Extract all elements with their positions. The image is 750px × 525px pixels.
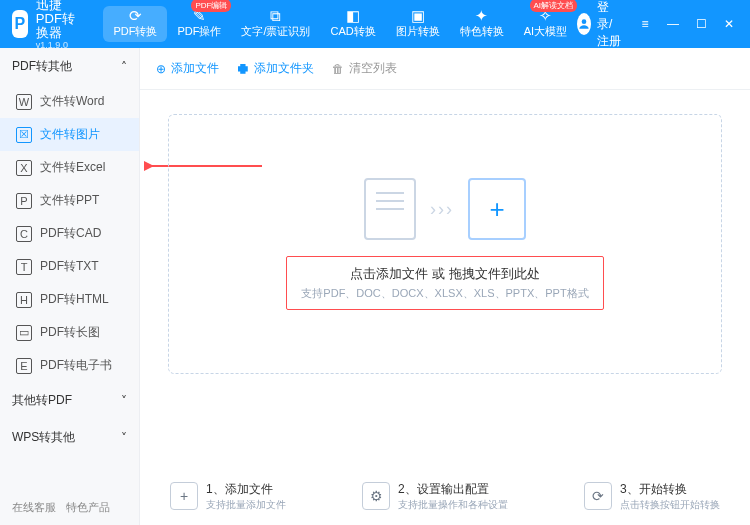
main-tabs: ⟳PDF转换 PDF编辑✎PDF操作 ⧉文字/票证识别 ◧CAD转换 ▣图片转换…: [103, 6, 577, 42]
special-icon: ✦: [475, 8, 488, 23]
sidebar-item-label: PDF转电子书: [40, 357, 112, 374]
steps-row: + 1、添加文件支持批量添加文件 ⚙ 2、设置输出配置支持批量操作和各种设置 ⟳…: [140, 476, 750, 525]
convert-icon: ⟳: [584, 482, 612, 510]
sidebar-group-other-to-pdf[interactable]: 其他转PDF ˅: [0, 382, 139, 419]
close-button[interactable]: ✕: [716, 12, 742, 36]
dropzone-callout: 点击添加文件 或 拖拽文件到此处 支持PDF、DOC、DOCX、XLSX、XLS…: [286, 256, 603, 310]
tab-label: PDF转换: [113, 24, 157, 39]
chevron-up-icon: ˄: [121, 60, 127, 74]
tab-label: AI大模型: [524, 24, 567, 39]
tab-label: 图片转换: [396, 24, 440, 39]
gear-icon: ⚙: [362, 482, 390, 510]
step-2: ⚙ 2、设置输出配置支持批量操作和各种设置: [362, 482, 508, 511]
add-box-icon: +: [468, 178, 526, 240]
avatar-icon: [577, 13, 591, 35]
sidebar-item-label: 文件转图片: [40, 126, 100, 143]
tab-label: PDF操作: [177, 24, 221, 39]
sidebar-item-label: PDF转HTML: [40, 291, 109, 308]
tab-ocr[interactable]: ⧉文字/票证识别: [231, 6, 320, 42]
tab-cad[interactable]: ◧CAD转换: [320, 6, 385, 42]
cad-icon: C: [16, 226, 32, 242]
dropzone-sub: 支持PDF、DOC、DOCX、XLSX、XLS、PPTX、PPT格式: [301, 286, 588, 301]
html-icon: H: [16, 292, 32, 308]
badge: AI解读文档: [530, 0, 578, 12]
support-link[interactable]: 在线客服: [12, 500, 56, 515]
ocr-icon: ⧉: [270, 8, 281, 23]
image-icon: ☒: [16, 127, 32, 143]
tab-label: 文字/票证识别: [241, 24, 310, 39]
sidebar-item-longimg[interactable]: ▭PDF转长图: [0, 316, 139, 349]
sidebar-footer: 在线客服 特色产品: [0, 490, 139, 525]
step-1: + 1、添加文件支持批量添加文件: [170, 482, 286, 511]
folder-plus-icon: 🞧: [237, 62, 249, 76]
badge: PDF编辑: [191, 0, 231, 12]
trash-icon: 🗑: [332, 62, 344, 76]
add-folder-label: 添加文件夹: [254, 60, 314, 77]
group-label: WPS转其他: [12, 429, 75, 446]
toolbar: ⊕添加文件 🞧添加文件夹 🗑清空列表: [140, 48, 750, 90]
tab-ai[interactable]: AI解读文档✧AI大模型: [514, 6, 577, 42]
app-logo-icon: P: [12, 10, 28, 38]
word-icon: W: [16, 94, 32, 110]
tab-label: 特色转换: [460, 24, 504, 39]
minimize-button[interactable]: —: [660, 12, 686, 36]
sidebar-item-label: 文件转Word: [40, 93, 104, 110]
sidebar-group-wps[interactable]: WPS转其他 ˅: [0, 419, 139, 456]
app-name: 迅捷PDF转换器: [36, 0, 88, 41]
sidebar-item-label: PDF转CAD: [40, 225, 101, 242]
sidebar-item-ppt[interactable]: P文件转PPT: [0, 184, 139, 217]
longimg-icon: ▭: [16, 325, 32, 341]
convert-icon: ⟳: [129, 8, 142, 23]
sidebar-item-word[interactable]: W文件转Word: [0, 85, 139, 118]
window-controls: ≡ — ☐ ✕: [632, 12, 742, 36]
sidebar-item-label: 文件转Excel: [40, 159, 105, 176]
sidebar-item-label: PDF转TXT: [40, 258, 99, 275]
main-panel: ⊕添加文件 🞧添加文件夹 🗑清空列表 ››› + 点击添加文件 或 拖拽文件到此…: [140, 48, 750, 525]
sidebar-item-label: 文件转PPT: [40, 192, 99, 209]
login-button[interactable]: 登录/注册: [577, 0, 622, 50]
add-file-label: 添加文件: [171, 60, 219, 77]
cad-icon: ◧: [346, 8, 360, 23]
txt-icon: T: [16, 259, 32, 275]
step-3: ⟳ 3、开始转换点击转换按钮开始转换: [584, 482, 720, 511]
svg-point-0: [582, 19, 587, 24]
tab-special[interactable]: ✦特色转换: [450, 6, 514, 42]
plus-icon: ⊕: [156, 62, 166, 76]
sidebar-item-label: PDF转长图: [40, 324, 100, 341]
add-folder-button[interactable]: 🞧添加文件夹: [237, 60, 314, 77]
sidebar-item-cad[interactable]: CPDF转CAD: [0, 217, 139, 250]
sidebar: PDF转其他 ˄ W文件转Word ☒文件转图片 X文件转Excel P文件转P…: [0, 48, 140, 525]
login-label: 登录/注册: [597, 0, 622, 50]
menu-button[interactable]: ≡: [632, 12, 658, 36]
file-plus-icon: +: [170, 482, 198, 510]
add-file-button[interactable]: ⊕添加文件: [156, 60, 219, 77]
chevron-down-icon: ˅: [121, 394, 127, 408]
dropzone-illustration: ››› +: [364, 178, 526, 240]
maximize-button[interactable]: ☐: [688, 12, 714, 36]
sidebar-item-excel[interactable]: X文件转Excel: [0, 151, 139, 184]
app-title-block: 迅捷PDF转换器 v1.1.9.0: [36, 0, 88, 50]
dropzone[interactable]: ››› + 点击添加文件 或 拖拽文件到此处 支持PDF、DOC、DOCX、XL…: [168, 114, 722, 374]
group-label: PDF转其他: [12, 58, 72, 75]
sidebar-item-txt[interactable]: TPDF转TXT: [0, 250, 139, 283]
chevron-down-icon: ˅: [121, 431, 127, 445]
arrow-dots-icon: ›››: [430, 199, 454, 220]
tab-pdf-operate[interactable]: PDF编辑✎PDF操作: [167, 6, 231, 42]
sidebar-group-pdf-to-other[interactable]: PDF转其他 ˄: [0, 48, 139, 85]
app-version: v1.1.9.0: [36, 41, 88, 51]
sidebar-item-ebook[interactable]: EPDF转电子书: [0, 349, 139, 382]
document-icon: [364, 178, 416, 240]
group-label: 其他转PDF: [12, 392, 72, 409]
tab-image[interactable]: ▣图片转换: [386, 6, 450, 42]
sidebar-item-html[interactable]: HPDF转HTML: [0, 283, 139, 316]
image-icon: ▣: [411, 8, 425, 23]
ebook-icon: E: [16, 358, 32, 374]
title-bar: P 迅捷PDF转换器 v1.1.9.0 ⟳PDF转换 PDF编辑✎PDF操作 ⧉…: [0, 0, 750, 48]
featured-link[interactable]: 特色产品: [66, 500, 110, 515]
sidebar-item-image[interactable]: ☒文件转图片: [0, 118, 139, 151]
excel-icon: X: [16, 160, 32, 176]
clear-list-button[interactable]: 🗑清空列表: [332, 60, 397, 77]
tab-label: CAD转换: [330, 24, 375, 39]
tab-pdf-convert[interactable]: ⟳PDF转换: [103, 6, 167, 42]
dropzone-headline: 点击添加文件 或 拖拽文件到此处: [301, 265, 588, 283]
